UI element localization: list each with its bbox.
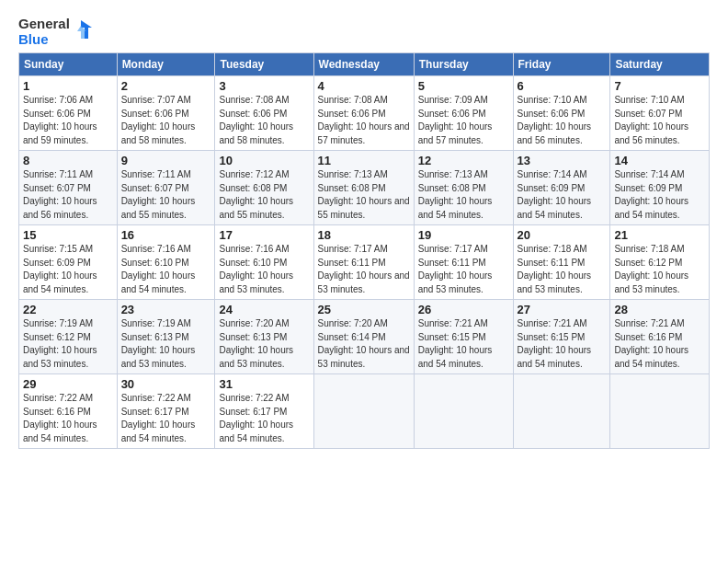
calendar-cell [414,374,513,449]
day-number: 28 [614,303,705,316]
day-info: Sunrise: 7:11 AMSunset: 6:07 PMDaylight:… [23,169,97,220]
calendar-cell: 13 Sunrise: 7:14 AMSunset: 6:09 PMDaylig… [513,151,610,225]
day-info: Sunrise: 7:10 AMSunset: 6:07 PMDaylight:… [614,95,688,145]
calendar-cell: 22 Sunrise: 7:19 AMSunset: 6:12 PMDaylig… [19,300,118,374]
calendar-cell: 24 Sunrise: 7:20 AMSunset: 6:13 PMDaylig… [215,300,313,374]
calendar-day-header: Wednesday [313,53,414,76]
day-number: 8 [23,154,113,167]
calendar-cell: 20 Sunrise: 7:18 AMSunset: 6:11 PMDaylig… [513,225,610,300]
day-info: Sunrise: 7:19 AMSunset: 6:13 PMDaylight:… [121,318,196,369]
day-number: 4 [318,79,410,93]
calendar-day-header: Friday [513,53,610,76]
day-info: Sunrise: 7:13 AMSunset: 6:08 PMDaylight:… [318,169,410,220]
logo-general: General [18,17,70,32]
day-number: 3 [219,79,309,93]
calendar-week-row: 15 Sunrise: 7:15 AMSunset: 6:09 PMDaylig… [19,225,710,300]
day-number: 21 [614,228,705,242]
day-number: 11 [318,154,410,167]
day-info: Sunrise: 7:17 AMSunset: 6:11 PMDaylight:… [318,244,410,294]
day-number: 12 [418,154,509,167]
logo-blue: Blue [18,32,70,48]
calendar-cell [610,374,710,449]
day-info: Sunrise: 7:15 AMSunset: 6:09 PMDaylight:… [23,244,97,294]
day-info: Sunrise: 7:13 AMSunset: 6:08 PMDaylight:… [418,169,493,220]
day-number: 5 [418,79,509,93]
calendar-header-row: SundayMondayTuesdayWednesdayThursdayFrid… [19,53,710,76]
calendar-week-row: 29 Sunrise: 7:22 AMSunset: 6:16 PMDaylig… [19,374,710,449]
calendar-cell: 3 Sunrise: 7:08 AMSunset: 6:06 PMDayligh… [215,76,313,151]
calendar-cell: 23 Sunrise: 7:19 AMSunset: 6:13 PMDaylig… [117,300,215,374]
calendar-cell: 30 Sunrise: 7:22 AMSunset: 6:17 PMDaylig… [117,374,215,449]
calendar-day-header: Thursday [414,53,513,76]
day-number: 23 [121,303,211,316]
calendar-cell: 21 Sunrise: 7:18 AMSunset: 6:12 PMDaylig… [610,225,710,300]
day-info: Sunrise: 7:21 AMSunset: 6:15 PMDaylight:… [418,318,493,369]
calendar-week-row: 1 Sunrise: 7:06 AMSunset: 6:06 PMDayligh… [19,76,710,151]
day-number: 2 [121,79,211,93]
day-info: Sunrise: 7:17 AMSunset: 6:11 PMDaylight:… [418,244,493,294]
day-number: 10 [219,154,309,167]
calendar-cell: 11 Sunrise: 7:13 AMSunset: 6:08 PMDaylig… [313,151,414,225]
day-number: 24 [219,303,309,316]
day-info: Sunrise: 7:18 AMSunset: 6:12 PMDaylight:… [614,244,688,294]
calendar-cell: 4 Sunrise: 7:08 AMSunset: 6:06 PMDayligh… [313,76,414,151]
day-info: Sunrise: 7:21 AMSunset: 6:16 PMDaylight:… [614,318,688,369]
day-info: Sunrise: 7:16 AMSunset: 6:10 PMDaylight:… [121,244,196,294]
calendar-cell [313,374,414,449]
day-number: 16 [121,228,211,242]
day-number: 30 [121,377,211,391]
calendar-cell: 19 Sunrise: 7:17 AMSunset: 6:11 PMDaylig… [414,225,513,300]
calendar-week-row: 22 Sunrise: 7:19 AMSunset: 6:12 PMDaylig… [19,300,710,374]
calendar-cell: 16 Sunrise: 7:16 AMSunset: 6:10 PMDaylig… [117,225,215,300]
calendar-cell: 7 Sunrise: 7:10 AMSunset: 6:07 PMDayligh… [610,76,710,151]
day-info: Sunrise: 7:20 AMSunset: 6:13 PMDaylight:… [219,318,293,369]
day-number: 26 [418,303,509,316]
day-number: 6 [518,79,607,93]
day-number: 13 [518,154,607,167]
day-info: Sunrise: 7:18 AMSunset: 6:11 PMDaylight:… [518,244,592,294]
calendar-cell: 8 Sunrise: 7:11 AMSunset: 6:07 PMDayligh… [19,151,118,225]
calendar-day-header: Tuesday [215,53,313,76]
day-number: 25 [318,303,410,316]
calendar-week-row: 8 Sunrise: 7:11 AMSunset: 6:07 PMDayligh… [19,151,710,225]
calendar-cell: 9 Sunrise: 7:11 AMSunset: 6:07 PMDayligh… [117,151,215,225]
day-info: Sunrise: 7:20 AMSunset: 6:14 PMDaylight:… [318,318,410,369]
day-number: 15 [23,228,113,242]
day-number: 20 [518,228,607,242]
calendar-day-header: Saturday [610,53,710,76]
calendar-cell: 29 Sunrise: 7:22 AMSunset: 6:16 PMDaylig… [19,374,118,449]
calendar-cell: 26 Sunrise: 7:21 AMSunset: 6:15 PMDaylig… [414,300,513,374]
day-number: 31 [219,377,309,391]
logo: General Blue [18,17,92,47]
logo-bird-icon [72,18,92,46]
calendar-cell: 6 Sunrise: 7:10 AMSunset: 6:06 PMDayligh… [513,76,610,151]
day-number: 17 [219,228,309,242]
day-info: Sunrise: 7:10 AMSunset: 6:06 PMDaylight:… [518,95,592,145]
day-number: 14 [614,154,705,167]
calendar-day-header: Monday [117,53,215,76]
day-number: 7 [614,79,705,93]
calendar-table: SundayMondayTuesdayWednesdayThursdayFrid… [18,52,710,449]
day-info: Sunrise: 7:12 AMSunset: 6:08 PMDaylight:… [219,169,293,220]
calendar-cell: 27 Sunrise: 7:21 AMSunset: 6:15 PMDaylig… [513,300,610,374]
calendar-day-header: Sunday [19,53,118,76]
calendar-cell: 2 Sunrise: 7:07 AMSunset: 6:06 PMDayligh… [117,76,215,151]
day-info: Sunrise: 7:22 AMSunset: 6:17 PMDaylight:… [219,393,293,443]
calendar-cell: 31 Sunrise: 7:22 AMSunset: 6:17 PMDaylig… [215,374,313,449]
day-number: 1 [23,79,113,93]
calendar-cell: 1 Sunrise: 7:06 AMSunset: 6:06 PMDayligh… [19,76,118,151]
day-info: Sunrise: 7:09 AMSunset: 6:06 PMDaylight:… [418,95,493,145]
calendar-cell: 15 Sunrise: 7:15 AMSunset: 6:09 PMDaylig… [19,225,118,300]
day-number: 27 [518,303,607,316]
day-info: Sunrise: 7:07 AMSunset: 6:06 PMDaylight:… [121,95,196,145]
calendar-cell: 5 Sunrise: 7:09 AMSunset: 6:06 PMDayligh… [414,76,513,151]
page-container: General Blue SundayMondayTuesdayWednesda… [0,0,728,458]
day-info: Sunrise: 7:22 AMSunset: 6:16 PMDaylight:… [23,393,97,443]
day-number: 22 [23,303,113,316]
day-number: 9 [121,154,211,167]
calendar-cell: 12 Sunrise: 7:13 AMSunset: 6:08 PMDaylig… [414,151,513,225]
day-info: Sunrise: 7:22 AMSunset: 6:17 PMDaylight:… [121,393,196,443]
day-info: Sunrise: 7:11 AMSunset: 6:07 PMDaylight:… [121,169,196,220]
calendar-cell: 25 Sunrise: 7:20 AMSunset: 6:14 PMDaylig… [313,300,414,374]
day-number: 18 [318,228,410,242]
